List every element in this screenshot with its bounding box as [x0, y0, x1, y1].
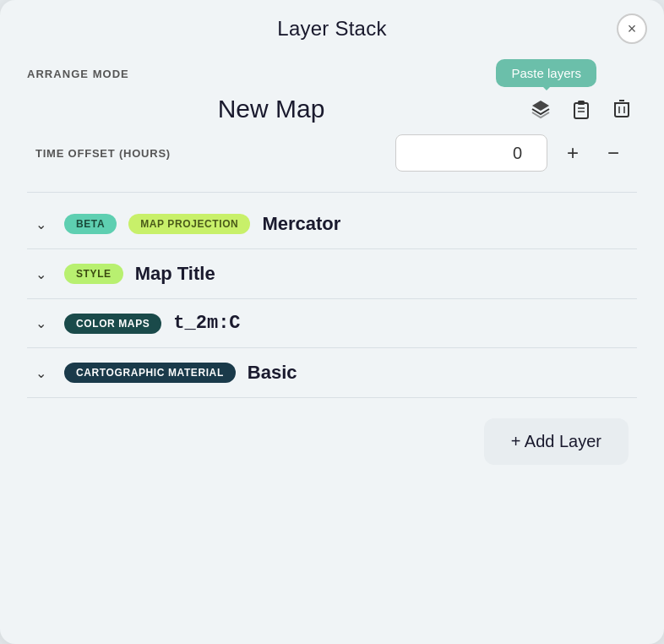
- layer-item-mercator[interactable]: ⌄ BETA MAP PROJECTION Mercator: [27, 199, 637, 249]
- divider: [27, 192, 637, 193]
- svg-rect-5: [615, 103, 629, 117]
- layer-item-color-maps[interactable]: ⌄ COLOR MAPS t_2m:C: [27, 299, 637, 348]
- add-layer-button[interactable]: + Add Layer: [484, 418, 629, 465]
- layer-name-basic: Basic: [248, 362, 297, 384]
- delete-button[interactable]: [607, 94, 637, 124]
- arrange-mode-row: ARRANGE MODE Paste layers: [27, 68, 637, 80]
- chevron-icon-3: ⌄: [35, 365, 52, 381]
- layer-stack-dialog: Layer Stack × ARRANGE MODE Paste layers …: [0, 0, 664, 644]
- time-offset-increment[interactable]: +: [558, 138, 588, 168]
- trash-icon: [613, 99, 630, 119]
- add-layer-row: + Add Layer: [27, 398, 637, 472]
- chevron-icon-2: ⌄: [35, 315, 52, 331]
- chevron-icon-1: ⌄: [35, 266, 52, 282]
- dialog-header: Layer Stack ×: [0, 0, 664, 54]
- paste-layers-tooltip: Paste layers: [496, 59, 596, 87]
- map-name-row: New Map: [27, 94, 637, 124]
- layer-item-cartographic[interactable]: ⌄ CARTOGRAPHIC MATERIAL Basic: [27, 348, 637, 398]
- layer-name-t2m: t_2m:C: [173, 313, 240, 334]
- dialog-content: ARRANGE MODE Paste layers New Map: [0, 54, 664, 492]
- svg-marker-0: [532, 101, 549, 111]
- close-button[interactable]: ×: [617, 14, 647, 44]
- layer-item-map-title[interactable]: ⌄ STYLE Map Title: [27, 249, 637, 299]
- map-name: New Map: [27, 95, 515, 123]
- chevron-icon-0: ⌄: [35, 216, 52, 232]
- layer-name-map-title: Map Title: [135, 263, 215, 285]
- clipboard-icon: [572, 99, 591, 119]
- time-offset-row: TIME OFFSET (HOURS) + −: [27, 134, 637, 172]
- badge-map-projection: MAP PROJECTION: [128, 214, 250, 234]
- badge-style: STYLE: [64, 264, 123, 284]
- time-offset-decrement[interactable]: −: [598, 138, 629, 168]
- badge-beta: BETA: [64, 214, 117, 234]
- badge-color-maps: COLOR MAPS: [64, 314, 161, 334]
- layer-name-mercator: Mercator: [262, 213, 340, 235]
- layers-icon-button[interactable]: [525, 94, 556, 124]
- svg-rect-2: [578, 101, 585, 105]
- badge-cartographic: CARTOGRAPHIC MATERIAL: [64, 363, 236, 383]
- layers-icon: [531, 99, 551, 119]
- time-offset-input[interactable]: [395, 134, 547, 172]
- time-offset-label: TIME OFFSET (HOURS): [35, 147, 385, 160]
- paste-button[interactable]: [566, 94, 596, 124]
- svg-rect-1: [574, 103, 588, 118]
- arrange-mode-label: ARRANGE MODE: [27, 68, 129, 80]
- dialog-title: Layer Stack: [277, 17, 386, 41]
